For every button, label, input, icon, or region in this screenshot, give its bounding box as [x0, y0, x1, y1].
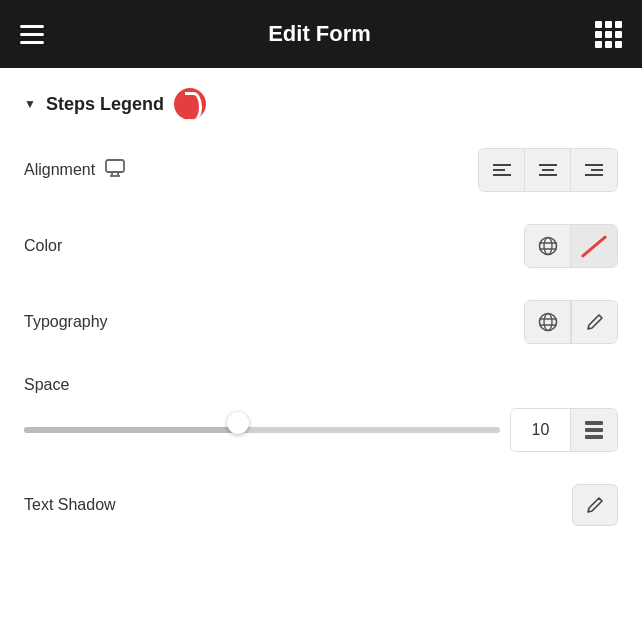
steps-legend-logo	[174, 88, 206, 120]
stack-icon	[585, 421, 603, 439]
space-slider-row	[24, 408, 618, 452]
slider-fill	[24, 427, 238, 433]
typography-label-group: Typography	[24, 313, 108, 331]
space-input-group	[510, 408, 618, 452]
text-shadow-label: Text Shadow	[24, 496, 116, 514]
typography-label: Typography	[24, 313, 108, 331]
color-label-group: Color	[24, 237, 62, 255]
collapse-arrow-icon[interactable]: ▼	[24, 97, 36, 111]
align-right-button[interactable]	[571, 149, 617, 191]
space-slider-container	[24, 420, 500, 440]
space-label-row: Space	[24, 376, 69, 394]
space-value-input[interactable]	[511, 409, 571, 451]
alignment-row: Alignment	[24, 148, 618, 192]
align-center-button[interactable]	[525, 149, 571, 191]
app-header: Edit Form	[0, 0, 642, 68]
typography-global-button[interactable]	[525, 301, 571, 343]
space-label: Space	[24, 376, 69, 394]
alignment-buttons	[478, 148, 618, 192]
monitor-icon	[105, 159, 125, 182]
svg-rect-0	[106, 160, 124, 172]
color-control-group	[524, 224, 618, 268]
svg-point-14	[544, 238, 552, 255]
color-row: Color	[24, 224, 618, 268]
space-row: Space	[24, 376, 618, 452]
typography-button-group	[524, 300, 618, 344]
main-content: ▼ Steps Legend Alignment	[0, 68, 642, 546]
text-shadow-edit-button[interactable]	[572, 484, 618, 526]
steps-legend-section: ▼ Steps Legend	[24, 88, 618, 120]
align-left-button[interactable]	[479, 149, 525, 191]
color-none-button[interactable]	[571, 225, 617, 267]
svg-point-17	[539, 314, 556, 331]
page-title: Edit Form	[268, 21, 371, 47]
svg-point-13	[539, 238, 556, 255]
typography-edit-button[interactable]	[571, 301, 617, 343]
color-label: Color	[24, 237, 62, 255]
alignment-label: Alignment	[24, 161, 95, 179]
apps-grid-button[interactable]	[595, 21, 622, 48]
typography-controls	[524, 300, 618, 344]
text-shadow-label-group: Text Shadow	[24, 496, 116, 514]
color-global-button[interactable]	[525, 225, 571, 267]
steps-legend-label: Steps Legend	[46, 94, 164, 115]
typography-row: Typography	[24, 300, 618, 344]
text-shadow-row: Text Shadow	[24, 484, 618, 526]
alignment-label-group: Alignment	[24, 159, 125, 182]
hamburger-menu-button[interactable]	[20, 25, 44, 44]
slider-track	[24, 427, 500, 433]
space-stack-button[interactable]	[571, 409, 617, 451]
svg-point-18	[544, 314, 552, 331]
